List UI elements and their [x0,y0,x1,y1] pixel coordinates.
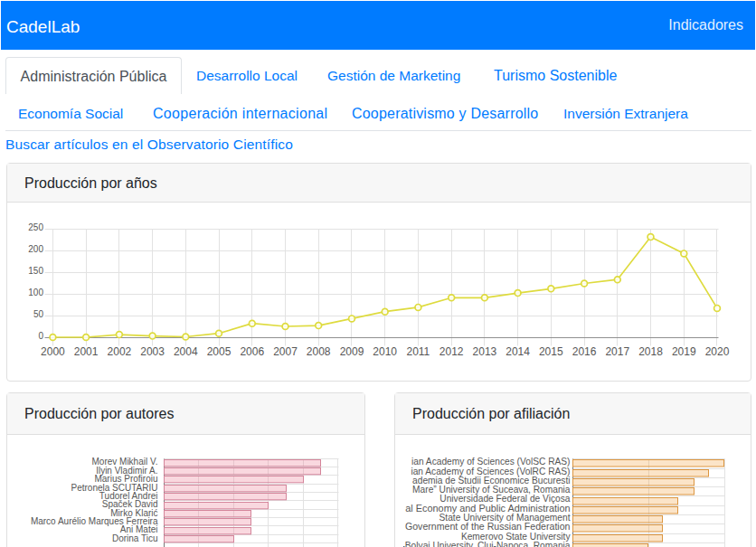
svg-text:250: 250 [28,222,43,232]
svg-text:200: 200 [28,244,43,254]
svg-text:2002: 2002 [108,345,132,358]
svg-text:2010: 2010 [373,345,397,358]
svg-text:2015: 2015 [539,345,563,358]
svg-text:2012: 2012 [439,345,464,358]
svg-text:2005: 2005 [207,345,232,358]
svg-text:2011: 2011 [406,345,430,358]
svg-text:50: 50 [33,309,44,319]
svg-text:2016: 2016 [572,345,597,358]
svg-text:2006: 2006 [240,345,264,358]
svg-text:2003: 2003 [140,345,165,358]
svg-text:Dorina Ticu: Dorina Ticu [112,533,158,543]
svg-text:2020: 2020 [705,345,730,358]
svg-text:2004: 2004 [174,345,198,358]
svg-text:2014: 2014 [506,345,530,358]
svg-text:Babeș-Bolyai University, Cluj-: Babeș-Bolyai University, Cluj-Napoca, Ro… [403,541,571,547]
svg-text:2019: 2019 [672,345,696,358]
svg-text:2017: 2017 [605,345,629,358]
svg-text:Government of the Russian Fede: Government of the Russian Federation [405,521,571,532]
svg-text:150: 150 [28,266,43,276]
svg-text:2018: 2018 [638,345,663,358]
svg-text:2001: 2001 [74,345,99,358]
svg-text:2000: 2000 [41,345,65,358]
svg-text:0: 0 [38,331,43,341]
svg-text:2008: 2008 [307,345,331,358]
svg-text:al Economy and Public Administ: al Economy and Public Administration [405,503,570,514]
svg-text:100: 100 [28,288,43,297]
svg-text:2007: 2007 [273,345,298,358]
svg-text:2009: 2009 [340,345,364,358]
svg-text:2013: 2013 [473,345,497,358]
